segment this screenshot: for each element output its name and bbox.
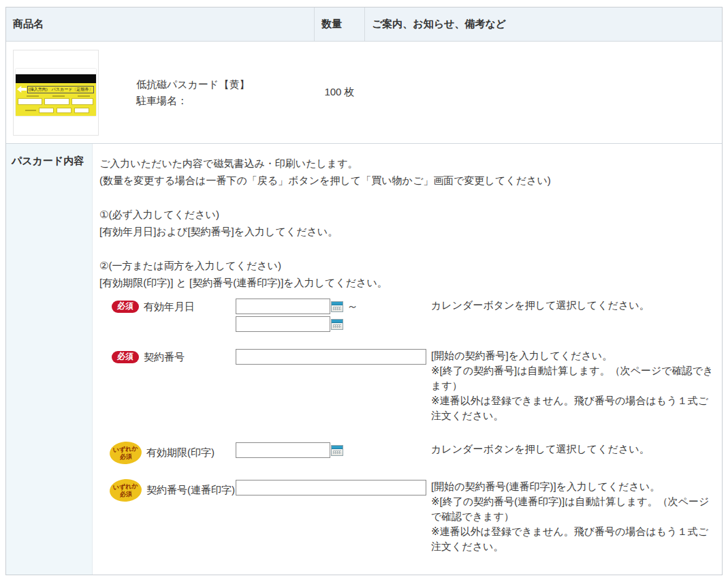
note-line: ※[終了の契約番号(連番印字)]は自動計算します。（次ページで確認できます） bbox=[431, 494, 715, 524]
product-name: 低抗磁パスカード【黄】 bbox=[136, 76, 249, 93]
valid-date-end-input[interactable] bbox=[236, 316, 330, 332]
note-line: ※連番以外は登録できません。飛び番号の場合はもう１式ご注文ください。 bbox=[431, 524, 715, 554]
product-quantity: 100 枚 bbox=[314, 42, 365, 143]
card-magnetic-stripe bbox=[16, 74, 96, 83]
product-parking-label: 駐車場名： bbox=[136, 93, 249, 109]
product-row: (挿入方向) パスカード〔定期券〕 低抗磁パスカード【黄】 駐車場名： 100 … bbox=[6, 42, 722, 144]
expiry-print-input[interactable] bbox=[236, 442, 330, 458]
card-field-boxes bbox=[17, 98, 94, 105]
note-line: [開始の契約番号(連番印字)]を入力してください。 bbox=[431, 479, 715, 494]
note-line: ※連番以外は登録できません。飛び番号の場合はもう１式ご注文ください。 bbox=[431, 393, 715, 423]
intro-line: ②(一方または両方を入力してください) bbox=[99, 257, 715, 274]
col-header-info: ご案内、お知らせ、備考など bbox=[365, 7, 722, 41]
section-label: パスカード内容 bbox=[6, 144, 93, 575]
calendar-icon-expiry[interactable] bbox=[331, 445, 343, 456]
passcard-form: 必須 有効年月日 ～ bbox=[110, 298, 715, 554]
card-field-labels bbox=[17, 93, 94, 98]
form-row-contract-number: 必須 契約番号 [開始の契約番号]を入力してください。 ※[終了の契約番号]は自… bbox=[110, 348, 715, 423]
card-insert-arrow-icon bbox=[17, 86, 27, 93]
range-tilde: ～ bbox=[347, 299, 358, 314]
either-badge-line2: 必須 bbox=[120, 453, 133, 461]
intro-line bbox=[99, 189, 715, 206]
card-yellow-body: (挿入方向) パスカード〔定期券〕 bbox=[16, 83, 96, 116]
valid-date-label-group: 必須 有効年月日 bbox=[110, 298, 236, 316]
order-detail-table: 商品名 数量 ご案内、お知らせ、備考など (挿入方向) パスカード〔定期券〕 bbox=[5, 7, 723, 575]
pass-card-thumbnail: (挿入方向) パスカード〔定期券〕 bbox=[16, 69, 96, 116]
valid-date-label: 有効年月日 bbox=[144, 301, 195, 314]
table-header-row: 商品名 数量 ご案内、お知らせ、備考など bbox=[6, 7, 722, 42]
contract-number-input-line bbox=[236, 348, 431, 365]
note-line: カレンダーボタンを押して選択してください。 bbox=[431, 442, 715, 457]
intro-line: ①(必ず入力してください) bbox=[99, 206, 715, 223]
contract-number-print-input-line bbox=[236, 479, 431, 496]
product-cell: (挿入方向) パスカード〔定期券〕 低抗磁パスカード【黄】 駐車場名： bbox=[6, 42, 314, 143]
product-text: 低抗磁パスカード【黄】 駐車場名： bbox=[136, 76, 249, 109]
required-badge: 必須 bbox=[112, 351, 139, 363]
expiry-print-note: カレンダーボタンを押して選択してください。 bbox=[431, 442, 715, 457]
intro-line: ご入力いただいた内容で磁気書込み・印刷いたします。 bbox=[99, 155, 715, 172]
required-badge: 必須 bbox=[112, 301, 139, 313]
card-title: (挿入方向) パスカード〔定期券〕 bbox=[27, 86, 94, 93]
expiry-print-label: 有効期限(印字) bbox=[146, 446, 215, 459]
either-required-badge: いずれか 必須 bbox=[109, 478, 142, 502]
valid-date-start-line: ～ bbox=[236, 298, 431, 315]
intro-line: [有効期限(印字)] と [契約番号(連番印字)]を入力してください。 bbox=[99, 274, 715, 291]
valid-date-note: カレンダーボタンを押して選択してください。 bbox=[431, 298, 715, 313]
col-header-product: 商品名 bbox=[6, 7, 314, 41]
intro-line bbox=[99, 240, 715, 257]
contract-number-print-input[interactable] bbox=[236, 480, 426, 495]
passcard-section: パスカード内容 ご入力いただいた内容で磁気書込み・印刷いたします。 (数量を変更… bbox=[6, 144, 722, 575]
expiry-print-input-line bbox=[236, 442, 431, 459]
form-row-expiry-print: いずれか 必須 有効期限(印字) カレンダーボタンを押して選択してください。 bbox=[110, 442, 715, 464]
either-required-badge: いずれか 必須 bbox=[109, 440, 142, 465]
intro-line: (数量を変更する場合は一番下の「戻る」ボタンを押して「買い物かご」画面で変更して… bbox=[99, 172, 715, 189]
intro-text: ご入力いただいた内容で磁気書込み・印刷いたします。 (数量を変更する場合は一番下… bbox=[99, 155, 715, 291]
contract-number-note: [開始の契約番号]を入力してください。 ※[終了の契約番号]は自動計算します。（… bbox=[431, 348, 715, 423]
contract-number-label-group: 必須 契約番号 bbox=[110, 348, 236, 366]
intro-line: [有効年月日]および[契約番号]を入力してください。 bbox=[99, 223, 715, 240]
product-info-cell bbox=[365, 42, 722, 143]
note-line: カレンダーボタンを押して選択してください。 bbox=[431, 298, 715, 313]
valid-date-end-line bbox=[236, 316, 431, 333]
contract-number-input[interactable] bbox=[236, 349, 426, 365]
valid-date-start-input[interactable] bbox=[236, 299, 330, 314]
calendar-icon-start[interactable] bbox=[331, 301, 343, 312]
contract-number-print-label-group: いずれか 必須 契約番号(連番印字) bbox=[110, 479, 236, 502]
card-title-row: (挿入方向) パスカード〔定期券〕 bbox=[17, 85, 94, 93]
form-row-valid-date: 必須 有効年月日 ～ bbox=[110, 298, 715, 333]
expiry-print-label-group: いずれか 必須 有効期限(印字) bbox=[110, 442, 236, 464]
contract-number-print-label: 契約番号(連番印字) bbox=[146, 484, 235, 497]
product-image: (挿入方向) パスカード〔定期券〕 bbox=[13, 50, 99, 136]
card-top-margin bbox=[16, 69, 96, 74]
contract-number-print-note: [開始の契約番号(連番印字)]を入力してください。 ※[終了の契約番号(連番印字… bbox=[431, 479, 715, 554]
section-content: ご入力いただいた内容で磁気書込み・印刷いたします。 (数量を変更する場合は一番下… bbox=[93, 144, 722, 575]
form-row-contract-number-print: いずれか 必須 契約番号(連番印字) [開始の契約番号(連番印字)]を入力してく… bbox=[110, 479, 715, 554]
contract-number-label: 契約番号 bbox=[144, 351, 185, 364]
valid-date-inputs: ～ bbox=[236, 298, 431, 333]
note-line: [開始の契約番号]を入力してください。 bbox=[431, 348, 715, 363]
col-header-quantity: 数量 bbox=[314, 7, 365, 41]
calendar-icon-end[interactable] bbox=[331, 319, 343, 330]
card-bottom-row bbox=[17, 105, 94, 113]
either-badge-line2: 必須 bbox=[120, 490, 133, 498]
note-line: ※[終了の契約番号]は自動計算します。（次ページで確認できます） bbox=[431, 363, 715, 393]
